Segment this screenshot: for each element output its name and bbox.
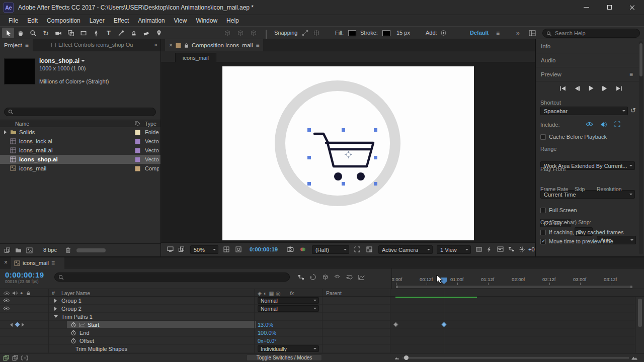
previous-keyframe-icon[interactable] xyxy=(10,323,13,327)
menu-file[interactable]: File xyxy=(4,15,23,26)
stopwatch-icon[interactable] xyxy=(70,330,76,336)
tab-effect-controls[interactable]: Effect Controls icons_shop Ou xyxy=(51,42,133,48)
trash-icon[interactable] xyxy=(65,247,71,253)
menu-effect[interactable]: Effect xyxy=(109,15,133,26)
current-time-display[interactable]: 0:00:00:19 xyxy=(5,270,44,279)
row-trim-multiple-shapes[interactable]: Trim Multiple Shapes Individually xyxy=(0,345,635,353)
timeline-panel-menu-icon[interactable]: ≡ xyxy=(51,259,55,266)
right-panel-scrollbar[interactable] xyxy=(639,41,643,254)
preview-panel-header[interactable]: Preview ≡ xyxy=(536,67,639,81)
shopping-cart-layer[interactable] xyxy=(309,130,377,186)
close-button[interactable] xyxy=(621,0,644,15)
hide-shy-layers-icon[interactable] xyxy=(332,273,342,282)
view-layout-dropdown[interactable]: 1 View xyxy=(437,245,471,254)
new-composition-icon[interactable] xyxy=(26,247,33,253)
selection-handle[interactable] xyxy=(374,182,377,186)
workspace-layout-icon[interactable] xyxy=(526,28,538,38)
property-value[interactable]: 100.0% xyxy=(258,330,276,336)
type-tool-icon[interactable]: T xyxy=(103,28,115,38)
selection-handle[interactable] xyxy=(307,156,311,159)
clone-stamp-tool-icon[interactable] xyxy=(128,28,140,38)
stroke-swatch[interactable] xyxy=(382,30,390,36)
column-layer-name[interactable]: Layer Name xyxy=(61,290,90,296)
stopwatch-icon[interactable] xyxy=(70,338,76,344)
maximize-button[interactable] xyxy=(598,0,621,15)
selection-handle[interactable] xyxy=(374,128,377,132)
full-screen-checkbox[interactable] xyxy=(540,208,546,213)
property-value[interactable]: 13.0% xyxy=(258,322,273,328)
snapping-checkbox[interactable] xyxy=(266,30,267,39)
minimize-button[interactable] xyxy=(575,0,598,15)
eraser-tool-icon[interactable] xyxy=(140,28,152,38)
timeline-zoom-slider-thumb[interactable] xyxy=(404,355,409,360)
zoom-tool-icon[interactable] xyxy=(27,28,39,38)
twirl-icon[interactable] xyxy=(54,307,57,311)
next-frame-icon[interactable] xyxy=(599,84,610,92)
property-label[interactable]: End xyxy=(79,330,90,336)
panel-overflow-icon[interactable]: » xyxy=(154,41,157,48)
row-trim-start[interactable]: Start 13.0% xyxy=(0,321,635,329)
first-frame-icon[interactable] xyxy=(557,84,568,92)
zoom-in-timeline-icon[interactable] xyxy=(631,355,638,360)
selection-handle[interactable] xyxy=(307,128,311,132)
show-channel-icon[interactable] xyxy=(300,246,306,252)
toggle-switches-modes-button[interactable]: Toggle Switches / Modes xyxy=(247,354,322,361)
shape-tool-icon[interactable] xyxy=(77,28,90,38)
app-icon[interactable]: Ae xyxy=(4,3,14,13)
include-in-graph-editor-icon[interactable] xyxy=(79,322,85,327)
cache-before-playback-checkbox[interactable] xyxy=(540,134,546,140)
project-panel-menu-icon[interactable]: ≡ xyxy=(25,42,29,49)
menu-window[interactable]: Window xyxy=(191,15,222,26)
project-row-icons-lock[interactable]: icons_lock.ai Vector xyxy=(0,137,160,146)
resolution-dropdown[interactable]: (Half) xyxy=(312,245,349,254)
expand-layer-switches-icon[interactable] xyxy=(3,355,9,361)
grid-guides-icon[interactable] xyxy=(223,246,229,252)
puppet-pin-tool-icon[interactable] xyxy=(153,28,165,38)
horizontal-scrollbar-thumb[interactable] xyxy=(76,248,106,252)
include-audio-icon[interactable] xyxy=(598,120,609,128)
snap-edges-icon[interactable] xyxy=(300,28,310,38)
anchor-point-icon[interactable] xyxy=(345,151,352,158)
add-keyframe-icon[interactable] xyxy=(15,322,20,327)
play-icon[interactable] xyxy=(585,84,596,92)
twirl-icon[interactable] xyxy=(54,299,57,303)
project-row-icons-mail-ai[interactable]: icons_mail.ai Vector xyxy=(0,146,160,155)
include-video-icon[interactable] xyxy=(584,120,595,128)
project-search-input[interactable] xyxy=(16,109,155,116)
video-column-icon[interactable] xyxy=(4,291,10,296)
timeline-tab-icons-mail[interactable]: icons_mail ≡ xyxy=(11,257,64,268)
twirl-icon[interactable] xyxy=(54,315,58,318)
row-trim-paths[interactable]: Trim Paths 1 xyxy=(0,313,635,321)
fill-label[interactable]: Fill: xyxy=(335,30,344,36)
audio-column-icon[interactable] xyxy=(12,291,18,296)
draft-3d-icon[interactable] xyxy=(320,273,330,282)
menu-layer[interactable]: Layer xyxy=(85,15,109,26)
scrollbar-thumb[interactable] xyxy=(639,43,642,76)
menu-edit[interactable]: Edit xyxy=(23,15,42,26)
help-search-input[interactable] xyxy=(554,30,639,37)
rotation-tool-icon[interactable]: ↻ xyxy=(40,28,52,38)
composition-mini-flowchart-icon[interactable] xyxy=(296,273,306,282)
last-frame-icon[interactable] xyxy=(613,84,624,92)
fill-swatch[interactable] xyxy=(348,30,356,36)
snapshot-icon[interactable] xyxy=(287,246,294,252)
stopwatch-icon[interactable] xyxy=(70,322,76,328)
label-color-chip[interactable] xyxy=(135,130,140,135)
exposure-value[interactable]: +0 xyxy=(528,246,535,252)
menu-help[interactable]: Help xyxy=(222,15,244,26)
live-update-icon[interactable] xyxy=(308,273,318,282)
solo-column-icon[interactable]: ● xyxy=(20,291,23,296)
label-color-chip[interactable] xyxy=(135,157,140,162)
workspace-menu-icon[interactable]: ≡ xyxy=(496,30,500,37)
expand-transfer-controls-icon[interactable] xyxy=(12,355,18,361)
property-value[interactable]: 0x+0.0° xyxy=(258,338,277,344)
project-row-icons-mail-comp[interactable]: icons_mail Composition xyxy=(0,164,160,173)
always-preview-icon[interactable] xyxy=(167,246,174,252)
twirl-icon[interactable] xyxy=(4,130,7,134)
snap-grid-icon[interactable] xyxy=(311,28,321,38)
flowchart-button-icon[interactable] xyxy=(508,246,515,252)
group-label[interactable]: Group 1 xyxy=(61,298,82,304)
new-folder-icon[interactable] xyxy=(15,248,22,253)
3d-view-dropdown[interactable]: Active Camera xyxy=(378,245,433,254)
lock-column-icon[interactable] xyxy=(26,291,31,296)
